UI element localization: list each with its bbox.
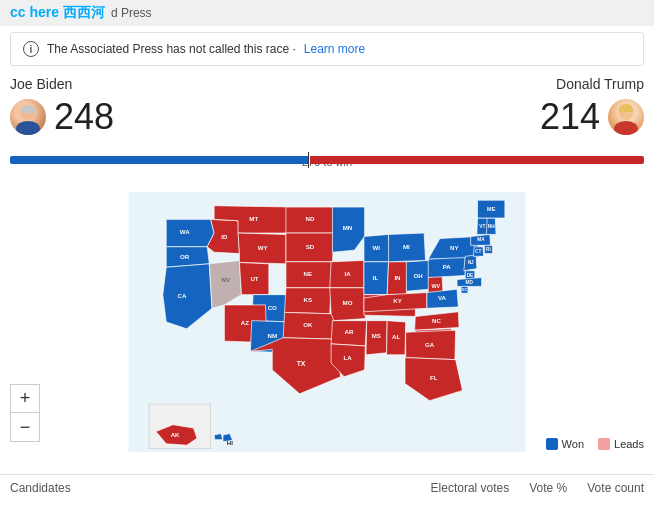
trump-bar (310, 156, 644, 164)
svg-text:AZ: AZ (241, 319, 249, 326)
svg-text:OH: OH (413, 272, 423, 279)
svg-text:ND: ND (305, 215, 314, 222)
legend-leads: Leads (598, 438, 644, 450)
svg-text:NE: NE (304, 270, 313, 277)
leads-label: Leads (614, 438, 644, 450)
leads-swatch (598, 438, 610, 450)
svg-text:NM: NM (267, 332, 277, 339)
bar-divider (308, 156, 310, 164)
svg-text:IN: IN (394, 274, 401, 281)
svg-text:KY: KY (393, 297, 402, 304)
svg-text:WV: WV (431, 283, 440, 289)
footer-bar: Candidates Electoral votes Vote % Vote c… (0, 474, 654, 501)
zoom-controls: + − (10, 384, 40, 442)
biden-votes: 248 (54, 96, 114, 138)
svg-text:MN: MN (343, 224, 353, 231)
svg-text:AK: AK (171, 431, 180, 438)
press-name: d Press (111, 6, 152, 20)
trump-votes: 214 (540, 96, 600, 138)
svg-text:MT: MT (249, 215, 258, 222)
svg-text:VA: VA (438, 294, 447, 301)
svg-text:SD: SD (306, 243, 315, 250)
trump-name: Donald Trump (556, 76, 644, 92)
svg-text:WY: WY (258, 244, 268, 251)
svg-text:ID: ID (221, 233, 228, 240)
svg-text:CT: CT (475, 249, 481, 254)
info-icon: i (23, 41, 39, 57)
svg-text:NV: NV (221, 276, 230, 283)
footer-vote-pct: Vote % (529, 481, 567, 495)
trump-avatar (608, 99, 644, 135)
svg-text:VT: VT (479, 224, 485, 229)
svg-text:NC: NC (432, 317, 441, 324)
svg-point-4 (614, 121, 638, 135)
svg-text:NH: NH (488, 224, 495, 229)
zoom-out-button[interactable]: − (11, 413, 39, 441)
svg-text:CA: CA (178, 292, 187, 299)
footer-electoral: Electoral votes (431, 481, 510, 495)
won-swatch (546, 438, 558, 450)
svg-text:DE: DE (467, 273, 474, 278)
biden-avatar (10, 99, 46, 135)
svg-text:MD: MD (466, 280, 474, 285)
svg-text:NJ: NJ (468, 260, 474, 265)
map-section: WA OR CA ID NV MT WY UT CO (10, 192, 644, 472)
svg-text:AL: AL (392, 333, 400, 340)
svg-text:UT: UT (250, 275, 258, 282)
trump-section: Donald Trump 214 (540, 76, 644, 138)
svg-text:IL: IL (373, 274, 379, 281)
svg-text:MO: MO (343, 299, 353, 306)
candidates-header: Joe Biden 248 Donald Trump 214 (0, 72, 654, 138)
svg-text:MS: MS (372, 332, 381, 339)
svg-text:AR: AR (344, 328, 353, 335)
footer-vote-count: Vote count (587, 481, 644, 495)
svg-text:PA: PA (443, 263, 452, 270)
biden-section: Joe Biden 248 (10, 76, 114, 138)
us-map-svg: WA OR CA ID NV MT WY UT CO (10, 192, 644, 452)
svg-text:LA: LA (343, 354, 352, 361)
footer-candidates: Candidates (10, 481, 71, 495)
zoom-in-button[interactable]: + (11, 385, 39, 413)
svg-text:WA: WA (180, 228, 190, 235)
svg-text:OK: OK (303, 321, 313, 328)
map-container: WA OR CA ID NV MT WY UT CO (10, 192, 644, 452)
footer-right: Electoral votes Vote % Vote count (431, 481, 644, 495)
svg-point-1 (16, 121, 40, 135)
biden-bar (10, 156, 308, 164)
legend-won: Won (546, 438, 584, 450)
notice-bar: i The Associated Press has not called th… (10, 32, 644, 66)
svg-text:MA: MA (477, 237, 485, 242)
svg-text:GA: GA (425, 341, 435, 348)
biden-row: 248 (10, 96, 114, 138)
svg-text:FL: FL (430, 374, 438, 381)
brand-logo: cc here 西西河 (10, 4, 105, 22)
svg-text:DC: DC (462, 287, 468, 292)
progress-section: 270 to win (10, 156, 644, 184)
svg-text:WI: WI (373, 244, 381, 251)
map-legend: Won Leads (546, 438, 644, 450)
learn-more-link[interactable]: Learn more (304, 42, 365, 56)
svg-text:OR: OR (180, 253, 190, 260)
svg-text:IA: IA (344, 270, 351, 277)
svg-text:KS: KS (304, 296, 313, 303)
svg-text:NY: NY (450, 244, 459, 251)
svg-text:RI: RI (486, 247, 491, 252)
svg-text:ME: ME (487, 206, 496, 212)
trump-row: 214 (540, 96, 644, 138)
notice-text: The Associated Press has not called this… (47, 42, 296, 56)
top-bar: cc here 西西河 d Press (0, 0, 654, 26)
svg-text:HI: HI (227, 439, 233, 446)
progress-bar (10, 156, 644, 164)
svg-text:MI: MI (403, 243, 410, 250)
svg-text:TX: TX (297, 360, 306, 367)
biden-name: Joe Biden (10, 76, 72, 92)
svg-text:CO: CO (268, 304, 277, 311)
won-label: Won (562, 438, 584, 450)
